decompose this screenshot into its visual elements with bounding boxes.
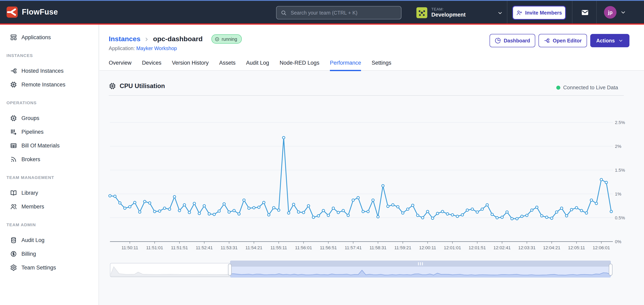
live-status-dot-icon <box>556 85 560 89</box>
svg-text:12:06:01: 12:06:01 <box>593 245 610 250</box>
dollar-icon <box>10 250 17 257</box>
svg-text:2%: 2% <box>615 144 621 149</box>
tab-version-history[interactable]: Version History <box>172 57 209 70</box>
branch-icon <box>544 37 550 44</box>
tab-overview[interactable]: Overview <box>109 57 132 70</box>
sidebar-item-label: Library <box>22 190 38 196</box>
sidebar-item-label: Team Settings <box>22 264 56 271</box>
sidebar-section: INSTANCESHosted InstancesRemote Instance… <box>0 52 99 91</box>
tab-devices[interactable]: Devices <box>142 57 162 70</box>
svg-text:12:04:21: 12:04:21 <box>543 245 560 250</box>
tab-audit-log[interactable]: Audit Log <box>246 57 269 70</box>
actions-button[interactable]: Actions <box>590 34 630 47</box>
tab-assets[interactable]: Assets <box>219 57 236 70</box>
sidebar-item-remote-instances[interactable]: Remote Instances <box>0 78 99 91</box>
navbar-divider <box>572 1 572 24</box>
svg-text:2.5%: 2.5% <box>615 120 625 125</box>
sidebar-item-pipelines[interactable]: Pipelines <box>0 125 99 139</box>
chevron-down-icon <box>618 38 623 43</box>
team-selector[interactable]: TEAM: Development <box>416 6 503 20</box>
brush-left-handle[interactable] <box>228 264 232 276</box>
brush-overview-minichart <box>111 264 230 277</box>
svg-text:12:03:31: 12:03:31 <box>518 245 536 250</box>
tab-settings[interactable]: Settings <box>372 57 391 70</box>
sidebar-item-bill-of-materials[interactable]: Bill Of Materials <box>0 139 99 152</box>
pipelines-icon <box>10 128 17 135</box>
cpu-icon <box>109 82 116 90</box>
team-label: TEAM: <box>431 7 493 12</box>
table-icon <box>10 142 17 149</box>
svg-text:1.5%: 1.5% <box>615 168 625 173</box>
drag-grip-icon[interactable] <box>418 262 424 265</box>
team-name: Development <box>431 12 493 18</box>
database-icon <box>10 237 17 243</box>
applications-icon <box>10 34 17 41</box>
sidebar-item-members[interactable]: Members <box>0 200 99 213</box>
svg-text:11:54:21: 11:54:21 <box>246 245 262 250</box>
sidebar-item-label: Billing <box>22 251 36 257</box>
tab-performance[interactable]: Performance <box>330 57 361 70</box>
tab-bar-border <box>100 70 644 71</box>
brush-selected-area <box>230 267 611 278</box>
sidebar-item-team-settings[interactable]: Team Settings <box>0 261 99 274</box>
brand-home-link[interactable]: FlowFuse <box>6 6 58 18</box>
application-link[interactable]: Mayker Workshop <box>136 46 177 51</box>
chevron-down-icon <box>620 9 626 15</box>
search-input[interactable] <box>290 9 397 16</box>
search-icon <box>280 10 287 16</box>
svg-text:11:52:41: 11:52:41 <box>196 245 213 250</box>
chevron-down-icon <box>497 10 503 15</box>
sidebar-item-brokers[interactable]: Brokers <box>0 152 99 166</box>
sidebar-item-hosted-instances[interactable]: Hosted Instances <box>0 64 99 78</box>
sidebar-nav: ApplicationsINSTANCESHosted InstancesRem… <box>0 25 99 305</box>
sidebar-item-label: Members <box>22 203 44 210</box>
notifications-mail-icon[interactable] <box>580 8 590 16</box>
sidebar-item-billing[interactable]: Billing <box>0 247 99 261</box>
application-line: Application: Mayker Workshop <box>109 46 177 51</box>
sidebar-item-applications[interactable]: Applications <box>0 30 99 44</box>
sidebar-item-library[interactable]: Library <box>0 186 99 200</box>
svg-text:12:00:11: 12:00:11 <box>419 245 436 250</box>
sidebar-item-label: Remote Instances <box>22 81 66 87</box>
live-status-label: Connected to Live Data <box>563 84 618 90</box>
team-avatar <box>416 7 427 18</box>
brush-right-handle[interactable] <box>609 264 612 276</box>
pie-chart-icon <box>495 37 501 44</box>
groups-icon <box>10 114 17 121</box>
sidebar-section-header: INSTANCES <box>0 52 99 58</box>
invite-members-button[interactable]: Invite Members <box>512 6 566 20</box>
panel-title: CPU Utilisation <box>120 82 165 90</box>
instance-actions-toolbar: Dashboard Open Editor Actions <box>490 34 629 47</box>
panel-divider <box>109 95 624 96</box>
user-avatar[interactable]: jp <box>604 6 616 18</box>
sidebar-item-groups[interactable]: Groups <box>0 111 99 125</box>
svg-text:12:01:51: 12:01:51 <box>468 245 486 250</box>
open-editor-button-label: Open Editor <box>553 38 582 43</box>
branch-icon <box>10 67 17 74</box>
svg-text:11:57:41: 11:57:41 <box>345 245 362 250</box>
sidebar-section: TEAM MANAGEMENTLibraryMembers <box>0 174 99 213</box>
invite-members-label: Invite Members <box>525 10 562 15</box>
brush-drag-bar[interactable] <box>230 261 611 267</box>
breadcrumb: Instances opc-dashboard running <box>109 34 242 44</box>
svg-text:11:56:51: 11:56:51 <box>320 245 337 250</box>
sidebar-section: OPERATIONSGroupsPipelinesBill Of Materia… <box>0 99 99 166</box>
sidebar-item-audit-log[interactable]: Audit Log <box>0 233 99 247</box>
sidebar-section-header: TEAM ADMIN <box>0 221 99 228</box>
sidebar-item-label: Pipelines <box>22 129 44 135</box>
navbar-accent-line <box>0 23 644 25</box>
panel-header: CPU Utilisation <box>109 82 165 90</box>
svg-text:11:50:11: 11:50:11 <box>122 245 138 250</box>
status-badge-label: running <box>222 36 237 41</box>
svg-text:12:02:41: 12:02:41 <box>494 245 511 250</box>
open-editor-button[interactable]: Open Editor <box>539 34 587 47</box>
breadcrumb-instances-link[interactable]: Instances <box>109 35 140 43</box>
user-menu[interactable]: jp <box>604 6 626 18</box>
brush-selection[interactable] <box>230 261 611 278</box>
tab-node-red-logs[interactable]: Node-RED Logs <box>280 57 319 70</box>
dashboard-button-label: Dashboard <box>504 38 530 43</box>
team-search[interactable] <box>276 6 402 19</box>
chart-range-brush[interactable] <box>110 263 611 277</box>
actions-button-label: Actions <box>596 38 615 43</box>
dashboard-button[interactable]: Dashboard <box>490 34 536 47</box>
